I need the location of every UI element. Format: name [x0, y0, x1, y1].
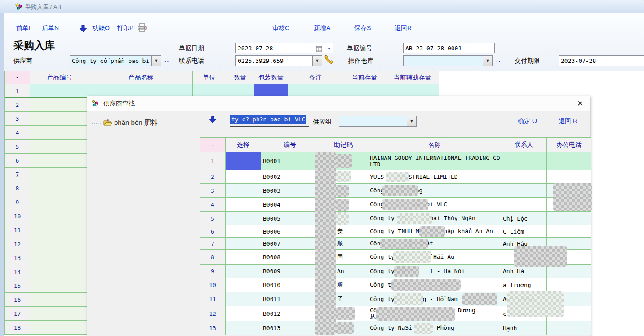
telephone-icon[interactable] — [324, 54, 333, 66]
supplier-row[interactable]: 1B0001HAINAN GOODY INTERNATIONAL TRADING… — [200, 152, 591, 170]
phone-combo[interactable]: 0225.3929.659 — [235, 55, 313, 66]
supplier-row[interactable]: 9B0009AnCông ty TNHH í - Hà NộiAnh Hà — [200, 265, 591, 278]
supplier-select-cell[interactable] — [226, 238, 261, 249]
supplier-name-cell[interactable]: Công ận Phát — [368, 238, 501, 249]
supplier-row[interactable]: 7B0007顺Công ận PhátAnh Hậu — [200, 238, 591, 250]
supplier-select-cell[interactable] — [226, 292, 261, 306]
supplier-search-input[interactable]: ty c? ph?n bao bì VLC — [230, 115, 309, 127]
supplier-contact-cell[interactable]: C Liêm — [501, 225, 547, 237]
supplier-mnemonic-cell[interactable] — [319, 321, 368, 335]
toolbar-button-C[interactable]: 审核C — [272, 24, 289, 32]
supplier-row[interactable]: 2B0002YULS NDUSTRIAL LIMITED — [200, 170, 591, 184]
supplier-mnemonic-cell[interactable] — [319, 306, 368, 321]
supplier-name-cell[interactable]: Công ty TNHH í - Hà Nội — [368, 265, 501, 278]
supplier-contact-cell[interactable] — [501, 250, 547, 264]
supplier-name-cell[interactable]: HAINAN GOODY INTERNATIONAL TRADING CO.LT… — [368, 152, 501, 170]
supplier-select-cell[interactable] — [226, 265, 261, 278]
supplier-name-cell[interactable]: Công ty TNHH M t nhập khẩu An An — [368, 225, 501, 237]
supplier-mnemonic-cell[interactable]: 国 — [319, 250, 368, 264]
toolbar-button-N[interactable]: 后单N — [42, 24, 59, 32]
supplier-row[interactable]: 4B0004Công bao bì VLC — [200, 198, 591, 212]
supplier-select-cell[interactable] — [226, 170, 261, 183]
supplier-mnemonic-cell[interactable]: 顺 — [319, 238, 368, 249]
toolbar-button-P[interactable]: 打印P — [117, 24, 133, 32]
main-grid-cell[interactable] — [30, 223, 89, 237]
supplier-code-cell[interactable]: B0010 — [261, 278, 319, 292]
main-grid-cell[interactable] — [30, 237, 89, 251]
supplier-row[interactable]: 13B0013Công ty NaSi - PhòngHạnh — [200, 321, 591, 335]
supplier-contact-cell[interactable]: Anh Hà — [501, 265, 547, 278]
main-grid-cell[interactable] — [30, 84, 89, 97]
printer-icon[interactable] — [137, 23, 147, 35]
supplier-name-cell[interactable]: Công Dũng — [368, 184, 501, 197]
supplier-code-cell[interactable]: B0002 — [261, 170, 319, 183]
supplier-contact-cell[interactable]: Chị Lộc — [501, 212, 547, 225]
supplier-phone-cell[interactable] — [547, 265, 591, 278]
supplier-name-cell[interactable]: Công ty T Nam — [368, 278, 501, 292]
toolbar-button-O[interactable]: 功能O — [92, 24, 110, 32]
supplier-contact-cell[interactable]: Anh Thành — [501, 292, 547, 306]
supplier-code-cell[interactable]: B0001 — [261, 152, 319, 170]
main-grid-cell[interactable] — [30, 265, 89, 279]
calendar-icon[interactable] — [316, 45, 322, 53]
search-down-arrow-icon[interactable] — [209, 116, 216, 125]
supplier-code-cell[interactable]: B0004 — [261, 198, 319, 211]
supplier-browse-dots[interactable]: .. — [164, 56, 169, 63]
main-grid-cell[interactable] — [30, 251, 89, 265]
supplier-phone-cell[interactable] — [547, 198, 591, 211]
main-grid-cell[interactable] — [30, 293, 89, 306]
supplier-row[interactable]: 11B0011子Công ty M ng - Hồ NamAnh Thành — [200, 292, 591, 306]
main-grid-cell[interactable] — [30, 181, 89, 195]
supplier-phone-cell[interactable] — [547, 278, 591, 292]
supplier-contact-cell[interactable] — [501, 184, 547, 197]
supplier-mnemonic-cell[interactable]: 子 — [319, 292, 368, 306]
supplier-name-cell[interactable]: Cô i Dương从 — [368, 306, 501, 321]
warehouse-browse-dots[interactable]: .. — [496, 56, 501, 63]
tree-node-phan-bon[interactable]: ····· phân bón 肥料 — [92, 119, 158, 128]
supplier-row[interactable]: 8B0008国Công ty CP ế Hải Âu — [200, 250, 591, 265]
main-grid-cell[interactable] — [30, 209, 89, 223]
supplier-phone-cell[interactable] — [547, 306, 591, 321]
supplier-combo[interactable]: Công ty cổ phần bao bì V — [70, 55, 152, 66]
warehouse-combo[interactable] — [403, 55, 483, 66]
main-grid-cell[interactable] — [30, 98, 89, 111]
supplier-contact-cell[interactable]: Anh Hậu — [501, 238, 547, 249]
supplier-name-cell[interactable]: YULS NDUSTRIAL LIMITED — [368, 170, 501, 183]
toolbar-button-A[interactable]: 新增A — [314, 24, 330, 32]
supplier-row[interactable]: 3B0003Công Dũng — [200, 184, 591, 198]
toolbar-button-S[interactable]: 保存S — [354, 24, 371, 32]
supplier-contact-cell[interactable]: a Trường — [501, 278, 547, 292]
supplier-phone-cell[interactable] — [547, 152, 591, 170]
main-grid-cell[interactable] — [30, 307, 89, 320]
supplier-mnemonic-cell[interactable]: An — [319, 265, 368, 278]
supplier-name-cell[interactable]: Công ty M ng - Hồ Nam — [368, 292, 501, 306]
supplier-mnemonic-cell[interactable]: 安 — [319, 225, 368, 237]
supplier-mnemonic-cell[interactable] — [319, 170, 368, 183]
supplier-mnemonic-cell[interactable] — [319, 198, 368, 211]
supplier-select-cell[interactable] — [226, 321, 261, 335]
supplier-mnemonic-cell[interactable] — [319, 152, 368, 170]
supplier-select-cell[interactable] — [226, 278, 261, 292]
supplier-name-cell[interactable]: Công bao bì VLC — [368, 198, 501, 211]
supplier-code-cell[interactable]: B0003 — [261, 184, 319, 197]
main-grid-cell[interactable] — [30, 154, 89, 167]
supplier-code-cell[interactable]: B0007 — [261, 238, 319, 249]
warehouse-combo-arrow[interactable]: ▼ — [483, 55, 493, 66]
supplier-combo-arrow[interactable]: ▼ — [151, 55, 161, 66]
supplier-contact-cell[interactable]: Hạnh — [501, 321, 547, 335]
supplier-name-cell[interactable]: Công ty NaSi - Phòng — [368, 321, 501, 335]
toolbar-button-L[interactable]: 前单L — [16, 24, 32, 32]
toolbar-button-R[interactable]: 返回R — [395, 24, 412, 32]
main-grid-cell[interactable] — [30, 112, 89, 125]
supplier-group-combo-arrow[interactable]: ▼ — [407, 116, 417, 127]
supplier-select-cell[interactable] — [226, 198, 261, 211]
supplier-row[interactable]: 12B0012Cô i Dương从c Trang — [200, 306, 591, 321]
deadline-input[interactable]: 2023-07-28 — [559, 55, 644, 66]
supplier-code-cell[interactable]: B0005 — [261, 212, 319, 225]
supplier-contact-cell[interactable] — [501, 198, 547, 211]
supplier-phone-cell[interactable] — [547, 321, 591, 335]
supplier-contact-cell[interactable] — [501, 170, 547, 183]
supplier-select-cell[interactable] — [226, 225, 261, 237]
supplier-select-cell[interactable] — [226, 250, 261, 264]
supplier-group-combo[interactable] — [339, 116, 407, 127]
